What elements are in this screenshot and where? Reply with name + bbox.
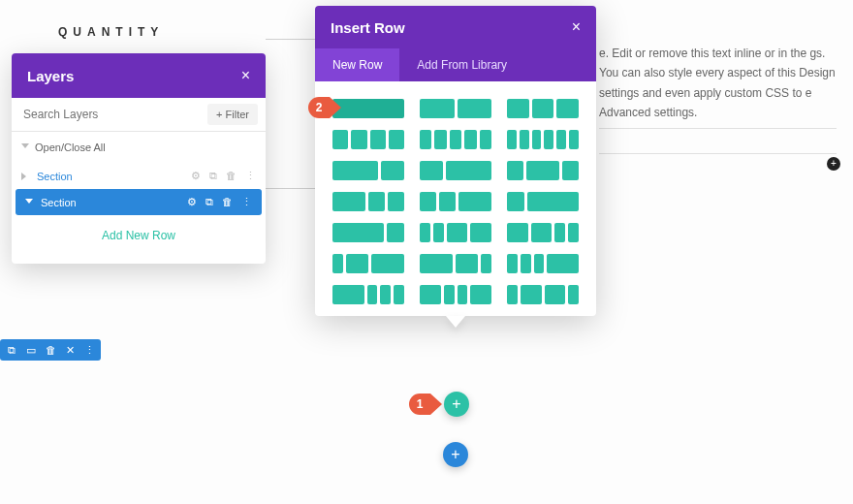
row-layout-option[interactable]: [507, 192, 579, 211]
layout-column: [371, 254, 404, 273]
row-layout-option[interactable]: [332, 99, 404, 118]
layout-column: [444, 285, 455, 304]
layers-title: Layers: [27, 68, 74, 84]
toolbar-trash-icon[interactable]: 🗑: [45, 344, 56, 356]
layout-column: [532, 130, 542, 149]
layout-column: [332, 254, 343, 273]
layout-column: [532, 99, 554, 118]
row-layout-option[interactable]: [332, 130, 404, 149]
layout-column: [420, 192, 436, 211]
callout-number: 1: [409, 394, 430, 415]
copy-icon[interactable]: ⧉: [209, 170, 217, 182]
bg-divider-2: [599, 153, 837, 154]
section-row-actions: ⚙ ⧉ 🗑 ⋮: [191, 170, 256, 182]
row-layout-option[interactable]: [332, 161, 404, 180]
layout-column: [556, 99, 579, 118]
add-section-button[interactable]: +: [443, 442, 468, 467]
layout-column: [507, 254, 518, 273]
row-layout-option[interactable]: [332, 285, 404, 304]
layout-column: [507, 99, 529, 118]
copy-icon[interactable]: ⧉: [205, 196, 213, 208]
layout-column: [434, 130, 446, 149]
layers-search-row: + Filter: [12, 98, 266, 132]
row-layout-grid: [315, 81, 596, 316]
row-layout-option[interactable]: [507, 223, 579, 242]
chevron-right-icon: [21, 173, 29, 180]
row-layout-option[interactable]: [420, 99, 491, 118]
collapsed-toggle-icon[interactable]: +: [827, 157, 840, 171]
layout-column: [481, 254, 491, 273]
row-layout-option[interactable]: [420, 254, 491, 273]
section-toolbar[interactable]: ⧉ ▭ 🗑 ✕ ⋮: [0, 339, 101, 361]
row-layout-option[interactable]: [507, 285, 579, 304]
row-layout-option[interactable]: [507, 254, 579, 273]
layout-column: [368, 192, 385, 211]
row-layout-option[interactable]: [420, 223, 491, 242]
row-layout-option[interactable]: [420, 130, 491, 149]
row-layout-option[interactable]: [507, 130, 579, 149]
layout-column: [544, 130, 553, 149]
plus-icon: +: [216, 109, 222, 120]
layout-column: [420, 285, 441, 304]
layout-column: [456, 254, 478, 273]
layout-column: [480, 130, 491, 149]
layout-column: [447, 223, 468, 242]
more-icon[interactable]: ⋮: [241, 196, 252, 208]
section-label: Section: [41, 197, 77, 208]
row-layout-option[interactable]: [507, 99, 579, 118]
bg-quantity-heading: QUANTITY: [58, 25, 164, 39]
callout-tail: [330, 97, 341, 118]
callout-number: 2: [308, 97, 330, 118]
connector-line: [266, 39, 316, 40]
layout-column: [458, 99, 492, 118]
row-layout-option[interactable]: [420, 192, 491, 211]
tab-new-row[interactable]: New Row: [315, 48, 399, 81]
toolbar-close-icon[interactable]: ✕: [64, 344, 76, 356]
toolbar-copy-icon[interactable]: ⧉: [6, 344, 17, 356]
add-row-button[interactable]: +: [444, 392, 469, 417]
layers-close-icon[interactable]: ×: [241, 67, 250, 84]
layout-column: [332, 192, 365, 211]
layout-column: [332, 223, 384, 242]
layout-column: [370, 130, 386, 149]
layout-column: [380, 285, 391, 304]
row-layout-option[interactable]: [507, 161, 579, 180]
toolbar-save-icon[interactable]: ▭: [25, 344, 37, 356]
add-new-row-link[interactable]: Add New Row: [12, 215, 266, 264]
row-layout-option[interactable]: [332, 192, 404, 211]
layout-column: [420, 161, 443, 180]
layout-column: [470, 285, 491, 304]
layout-column: [433, 223, 444, 242]
layout-column: [388, 192, 404, 211]
layout-column: [420, 223, 430, 242]
layout-column: [507, 192, 524, 211]
tab-add-from-library[interactable]: Add From Library: [399, 48, 524, 81]
layout-column: [507, 130, 517, 149]
callout-marker-1: 1: [409, 394, 442, 415]
more-icon[interactable]: ⋮: [245, 170, 256, 182]
row-layout-option[interactable]: [332, 223, 404, 242]
row-layout-option[interactable]: [420, 285, 491, 304]
trash-icon[interactable]: 🗑: [226, 170, 237, 182]
layout-column: [507, 161, 523, 180]
layout-column: [568, 223, 579, 242]
layout-column: [420, 130, 431, 149]
filter-button[interactable]: + Filter: [207, 104, 258, 125]
layout-column: [521, 285, 542, 304]
section-row-actions: ⚙ ⧉ 🗑 ⋮: [187, 196, 252, 208]
section-row-active[interactable]: Section ⚙ ⧉ 🗑 ⋮: [16, 189, 262, 215]
search-input[interactable]: [12, 98, 200, 131]
row-layout-option[interactable]: [332, 254, 404, 273]
layout-column: [556, 130, 566, 149]
section-row[interactable]: Section ⚙ ⧉ 🗑 ⋮: [12, 163, 266, 189]
toolbar-more-icon[interactable]: ⋮: [83, 344, 95, 356]
layout-column: [507, 285, 518, 304]
gear-icon[interactable]: ⚙: [191, 170, 201, 182]
layout-column: [554, 223, 565, 242]
row-layout-option[interactable]: [420, 161, 491, 180]
layout-column: [381, 161, 404, 180]
gear-icon[interactable]: ⚙: [187, 196, 197, 208]
trash-icon[interactable]: 🗑: [222, 196, 233, 208]
insert-row-close-icon[interactable]: ×: [572, 18, 581, 36]
open-close-all[interactable]: Open/Close All: [12, 132, 266, 163]
